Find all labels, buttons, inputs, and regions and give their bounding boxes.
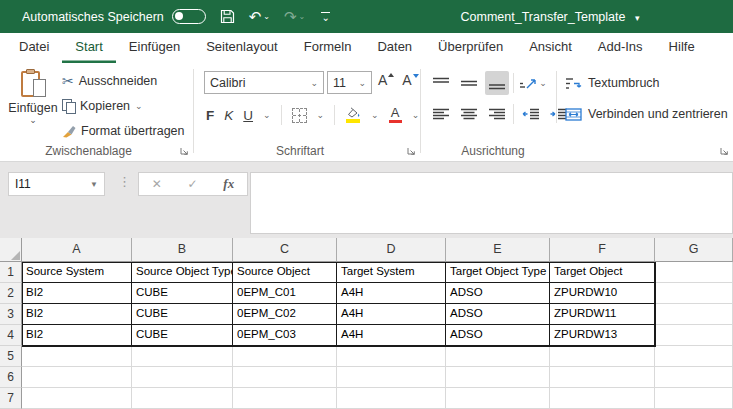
alignment-dialog-launcher[interactable] [719,146,729,156]
column-header-e[interactable]: E [446,238,550,262]
tab-formeln[interactable]: Formeln [291,33,365,63]
row-header-3[interactable]: 3 [0,304,22,325]
cell-d6[interactable] [337,367,446,388]
tab-start[interactable]: Start [62,33,115,63]
cell-e5[interactable] [446,346,550,367]
format-painter-button[interactable]: Format übertragen [62,122,185,140]
increase-font-button[interactable]: A [378,72,394,88]
cell-d5[interactable] [337,346,446,367]
underline-button[interactable]: U [243,108,253,123]
row-header-2[interactable]: 2 [0,283,22,304]
cell-e2[interactable]: ADSO [446,283,550,304]
autosave-toggle[interactable] [172,9,206,24]
cell-g3[interactable] [655,304,733,325]
tab-seitenlayout[interactable]: Seitenlayout [193,33,291,63]
cell-d4[interactable]: A4H [337,325,446,346]
bold-button[interactable]: F [206,108,214,123]
font-size-combo[interactable]: 11 ⌄ [327,71,372,94]
cell-f3[interactable]: ZPURDW11 [550,304,655,325]
insert-function-button[interactable]: fx [223,176,234,192]
formula-bar-grip-icon[interactable]: ⋮ [118,174,131,189]
font-color-dropdown-icon[interactable]: ⌄ [412,110,420,120]
name-box[interactable]: I11 ▼ [8,172,105,196]
cell-c2[interactable]: 0EPM_C01 [233,283,337,304]
wrap-text-button[interactable]: Textumbruch [565,71,660,95]
cell-g4[interactable] [655,325,733,346]
copy-dropdown-icon[interactable]: ⌄ [135,101,143,111]
tab-datei[interactable]: Datei [6,33,62,63]
select-all-button[interactable] [0,238,22,262]
cell-d7[interactable] [337,388,446,409]
cell-a1[interactable]: Source System [22,262,132,283]
cell-e4[interactable]: ADSO [446,325,550,346]
name-box-dropdown-icon[interactable]: ▼ [90,180,98,189]
cell-f6[interactable] [550,367,655,388]
column-header-g[interactable]: G [655,238,733,262]
tab-ansicht[interactable]: Ansicht [516,33,585,63]
tab-ueberpruefen[interactable]: Überprüfen [425,33,516,63]
align-bottom-button[interactable] [485,71,509,95]
cell-f4[interactable]: ZPURDW13 [550,325,655,346]
fill-color-button[interactable] [345,107,361,123]
column-header-d[interactable]: D [337,238,446,262]
customize-quick-access-button[interactable]: ⌄ [321,12,330,22]
paste-button[interactable]: Einfügen ⌄ [8,69,58,124]
cell-g6[interactable] [655,367,733,388]
column-header-f[interactable]: F [550,238,655,262]
cell-b4[interactable]: CUBE [132,325,233,346]
column-header-a[interactable]: A [22,238,132,262]
cell-c5[interactable] [233,346,337,367]
font-dialog-launcher[interactable] [406,146,416,156]
cell-a6[interactable] [22,367,132,388]
cell-a4[interactable]: BI2 [22,325,132,346]
italic-button[interactable]: K [224,108,233,123]
cell-a2[interactable]: BI2 [22,283,132,304]
row-header-4[interactable]: 4 [0,325,22,346]
cell-a7[interactable] [22,388,132,409]
cell-d2[interactable]: A4H [337,283,446,304]
font-name-combo[interactable]: Calibri ⌄ [204,71,324,94]
orientation-button[interactable]: ⌄ [518,71,548,95]
row-header-6[interactable]: 6 [0,367,22,388]
decrease-indent-button[interactable] [518,102,542,126]
cell-c6[interactable] [233,367,337,388]
cell-f1[interactable]: Target Object [550,262,655,283]
undo-dropdown-icon[interactable]: ⌄ [263,13,270,21]
cell-g5[interactable] [655,346,733,367]
cell-f5[interactable] [550,346,655,367]
cell-a5[interactable] [22,346,132,367]
borders-button[interactable] [292,108,307,123]
font-color-button[interactable]: A [389,107,402,124]
cell-e6[interactable] [446,367,550,388]
clipboard-dialog-launcher[interactable] [179,146,189,156]
cell-b3[interactable]: CUBE [132,304,233,325]
cell-b6[interactable] [132,367,233,388]
row-header-1[interactable]: 1 [0,262,22,283]
cell-e1[interactable]: Target Object Type [446,262,550,283]
tab-hilfe[interactable]: Hilfe [656,33,708,63]
cell-c1[interactable]: Source Object [233,262,337,283]
formula-bar-input[interactable] [250,172,733,234]
cell-f2[interactable]: ZPURDW10 [550,283,655,304]
save-button[interactable] [220,9,235,24]
cell-e7[interactable] [446,388,550,409]
merge-center-button[interactable]: Verbinden und zentrieren ⌄ [565,102,733,126]
cell-e3[interactable]: ADSO [446,304,550,325]
cell-d1[interactable]: Target System [337,262,446,283]
tab-einfuegen[interactable]: Einfügen [116,33,193,63]
cell-g7[interactable] [655,388,733,409]
cell-d3[interactable]: A4H [337,304,446,325]
borders-dropdown-icon[interactable]: ⌄ [317,110,325,120]
copy-button[interactable]: Kopieren ⌄ [62,97,185,115]
cell-b7[interactable] [132,388,233,409]
cell-b2[interactable]: CUBE [132,283,233,304]
align-top-button[interactable] [429,71,453,95]
align-right-button[interactable] [485,102,509,126]
undo-button[interactable]: ↶ ⌄ [249,9,270,24]
cell-b1[interactable]: Source Object Type [132,262,233,283]
column-header-b[interactable]: B [132,238,233,262]
tab-addins[interactable]: Add-Ins [585,33,656,63]
cell-a3[interactable]: BI2 [22,304,132,325]
row-header-7[interactable]: 7 [0,388,22,409]
fill-color-dropdown-icon[interactable]: ⌄ [371,110,379,120]
